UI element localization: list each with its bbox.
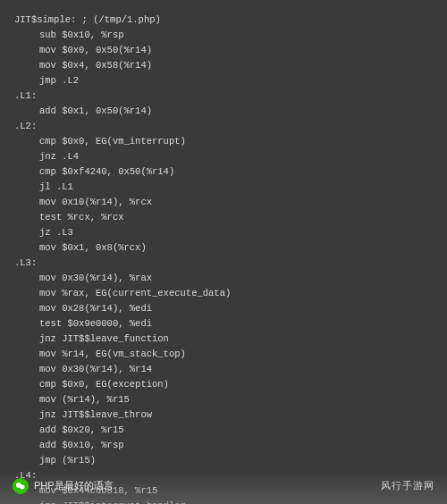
code-line: add $0x1, 0x50(%r14): [14, 104, 433, 119]
code-line: add $0x20, %r15: [14, 423, 433, 438]
code-line: mov $0x44cdb818, %r15: [14, 483, 433, 499]
code-line: .L1:: [14, 88, 433, 104]
code-line: mov %r14, EG(vm_stack_top): [14, 347, 433, 362]
code-block: JIT$simple: ; (/tmp/1.php)sub $0x10, %rs…: [0, 0, 447, 504]
code-line: jmp (%r15): [14, 453, 433, 468]
code-line: mov (%r14), %r15: [14, 392, 433, 407]
code-line: jl .L1: [14, 180, 433, 195]
code-line: mov %rax, EG(current_execute_data): [14, 286, 433, 301]
code-line: .L4:: [14, 468, 433, 483]
code-line: jnz JIT$$leave_function: [14, 332, 433, 347]
code-line: jmp .L2: [14, 73, 433, 88]
code-line: test $0x9e0000, %edi: [14, 316, 433, 332]
code-line: sub $0x10, %rsp: [14, 28, 433, 43]
code-line: .L2:: [14, 119, 433, 134]
code-line: jnz JIT$$leave_throw: [14, 407, 433, 423]
code-line: mov 0x30(%r14), %rax: [14, 271, 433, 286]
code-line: mov 0x30(%r14), %r14: [14, 362, 433, 377]
code-line: cmp $0x0, EG(vm_interrupt): [14, 134, 433, 149]
code-line: .L3:: [14, 256, 433, 271]
code-line: JIT$simple: ; (/tmp/1.php): [14, 13, 433, 28]
code-line: jz .L3: [14, 225, 433, 240]
code-line: mov 0x28(%r14), %edi: [14, 301, 433, 316]
code-line: mov 0x10(%r14), %rcx: [14, 195, 433, 210]
code-line: mov $0x1, 0x8(%rcx): [14, 240, 433, 256]
code-line: test %rcx, %rcx: [14, 210, 433, 225]
code-line: mov $0x0, 0x50(%r14): [14, 43, 433, 58]
code-line: jnz .L4: [14, 149, 433, 164]
code-line: mov $0x4, 0x58(%r14): [14, 58, 433, 73]
code-line: cmp $0xf4240, 0x50(%r14): [14, 164, 433, 180]
code-line: cmp $0x0, EG(exception): [14, 377, 433, 392]
code-line: add $0x10, %rsp: [14, 438, 433, 453]
code-line: jmp JIT$$interrupt_handler: [14, 499, 433, 504]
